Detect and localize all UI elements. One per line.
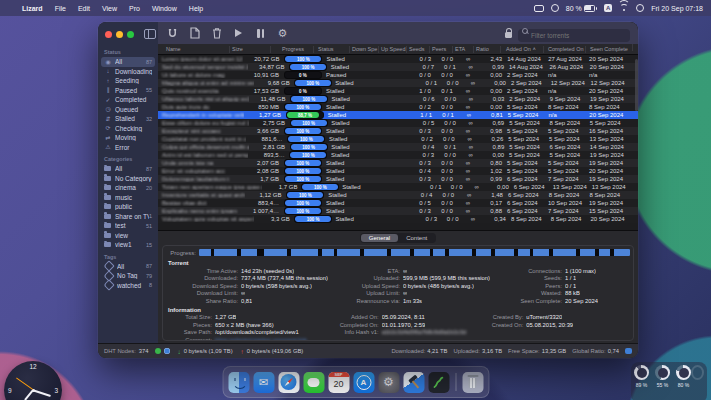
- table-row[interactable]: Esse cillum dolore eu fugiat nul 12,75 G…: [158, 119, 638, 127]
- appstore-dock-icon[interactable]: A: [353, 372, 374, 393]
- sidebar-item-public[interactable]: public: [101, 202, 155, 212]
- settings-dock-icon[interactable]: ⚙: [378, 372, 399, 393]
- menubar-extra-1-icon[interactable]: [534, 5, 544, 12]
- safari-dock-icon[interactable]: [278, 372, 299, 393]
- table-row[interactable]: Inventore veritatis et quasi arch1,12 GB…: [158, 191, 638, 199]
- table-row[interactable]: Voluptatem quia voluptas sit asper13,3 G…: [158, 215, 638, 223]
- tab-content[interactable]: Content: [398, 234, 435, 242]
- column-header-peers[interactable]: Peers: [429, 46, 452, 53]
- table-row[interactable]: Reprehenderit in voluptate velit1,27 GB8…: [158, 111, 638, 119]
- column-header-name[interactable]: Name: [158, 46, 229, 53]
- sidebar-item-no-category[interactable]: No Category: [101, 174, 155, 184]
- menu-view[interactable]: View: [96, 5, 123, 12]
- sidebar-item-cinema[interactable]: cinema20: [101, 183, 155, 193]
- sidebar-item-error[interactable]: ⚠Error: [101, 143, 155, 153]
- table-row[interactable]: Duis aute irure do850 MB100 %Stalled0 / …: [158, 103, 638, 111]
- wifi-icon[interactable]: [619, 4, 629, 12]
- sidebar-item-all[interactable]: ◉All87: [101, 57, 155, 67]
- column-header-status[interactable]: Status: [313, 46, 349, 53]
- sidebar-item-seeding[interactable]: ↑Seeding: [101, 76, 155, 86]
- menu-window[interactable]: Window: [146, 5, 183, 12]
- lock-icon[interactable]: [505, 32, 512, 38]
- table-row[interactable]: Cupidatat non proident sunt in c881,6…10…: [158, 135, 638, 143]
- table-row[interactable]: Error sit voluptatem acc2,08 GB100 %Stal…: [158, 167, 638, 175]
- table-row[interactable]: Lorem ipsum dolor sit amet 1220,72 GB100…: [158, 55, 638, 63]
- table-row[interactable]: Quis nostrud exercita17,53 GB0 %Stalled1…: [158, 87, 638, 95]
- add-magnet-link-button[interactable]: [166, 27, 179, 40]
- menu-help[interactable]: Help: [183, 5, 209, 12]
- upload-speed-icon[interactable]: ↑: [241, 348, 244, 355]
- delete-torrent-button[interactable]: [210, 27, 223, 40]
- menu-lizard[interactable]: Lizard: [16, 5, 49, 12]
- close-window-button[interactable]: [105, 31, 112, 38]
- minimize-window-button[interactable]: [116, 31, 123, 38]
- table-row[interactable]: Magna aliqua ut enim ad minim ven9,68 GB…: [158, 79, 638, 87]
- clock-widget[interactable]: 12 3 6 9: [4, 361, 62, 400]
- lizard-dock-icon[interactable]: [428, 372, 449, 393]
- table-row[interactable]: Excepteur sint occaec3,66 GB100 %Stalled…: [158, 127, 638, 135]
- resume-button[interactable]: [232, 27, 245, 40]
- finder-dock-icon[interactable]: [228, 372, 249, 393]
- sidebar-item-stalled[interactable]: ⇵Stalled32: [101, 114, 155, 124]
- column-header-down[interactable]: Down Spe…: [349, 46, 378, 53]
- table-row[interactable]: Anim id est laborum sed ut persp893,5…10…: [158, 151, 638, 159]
- sidebar-item-all[interactable]: All87: [101, 164, 155, 174]
- table-row[interactable]: Doloremque laudantium t1,7 GB100 %Stalle…: [158, 175, 638, 183]
- sidebar-item-music[interactable]: music: [101, 193, 155, 203]
- sidebar-item-checking[interactable]: ⟳Checking: [101, 124, 155, 134]
- speed-limits-icon[interactable]: [625, 348, 632, 354]
- column-header-eta[interactable]: ETA: [452, 46, 473, 53]
- sidebar-item-moving[interactable]: ⇄Moving: [101, 133, 155, 143]
- table-row[interactable]: Explicabo nemo enim ipsam1 007,4…100 %St…: [158, 207, 638, 215]
- sidebar-toggle-icon[interactable]: [144, 29, 156, 39]
- download-speed-icon[interactable]: ↓: [177, 348, 180, 355]
- global-download-speed[interactable]: 0 bytes/s (1,09 TB): [184, 348, 233, 354]
- sidebar-item-view[interactable]: view: [101, 231, 155, 241]
- column-header-size[interactable]: Size: [229, 46, 270, 53]
- table-scrollbar[interactable]: [635, 59, 638, 111]
- network-globe-icon[interactable]: [164, 348, 170, 354]
- table-row[interactable]: Sed do eiusmod tempor incidid 234,87 GB1…: [158, 63, 638, 71]
- trash-dock-icon[interactable]: [462, 372, 483, 393]
- column-header-completed[interactable]: Completed On: [543, 46, 585, 53]
- table-row[interactable]: Ut labore et dolore mag10,91 GB0 %Paused…: [158, 71, 638, 79]
- table-row[interactable]: Ullamco laboris nisi ut aliquip ex111,48…: [158, 95, 638, 103]
- table-row[interactable]: Totam rem aperiam eaque ipsa quae ab1,7 …: [158, 183, 638, 191]
- menubar-clock[interactable]: Fri 20 Sep 07:18: [651, 5, 703, 12]
- pause-button[interactable]: [254, 27, 267, 40]
- sidebar-item-share-on-tv[interactable]: Share on TV1: [101, 212, 155, 222]
- sidebar-item-paused[interactable]: ∥Paused55: [101, 86, 155, 96]
- filter-torrents-input[interactable]: [518, 29, 630, 42]
- menubar-extra-2-icon[interactable]: [551, 4, 559, 12]
- column-header-seeds[interactable]: Seeds: [406, 46, 429, 53]
- hammer-dock-icon[interactable]: [403, 372, 424, 393]
- connection-status-icon[interactable]: [155, 348, 161, 354]
- sidebar-item-completed[interactable]: ✓Completed: [101, 95, 155, 105]
- column-header-seen[interactable]: Seen Complete: [585, 46, 632, 53]
- tab-general[interactable]: General: [361, 234, 398, 242]
- column-header-up[interactable]: Up Speed: [378, 46, 406, 53]
- column-header-progress[interactable]: Progress: [270, 46, 313, 53]
- settings-gear-icon[interactable]: ⚙: [276, 27, 289, 40]
- sidebar-item-view1[interactable]: view115: [101, 240, 155, 250]
- menu-edit[interactable]: Edit: [72, 5, 96, 12]
- table-row[interactable]: Culpa qui officia deserunt mollit a2,81 …: [158, 143, 638, 151]
- zoom-window-button[interactable]: [127, 31, 134, 38]
- control-center-icon[interactable]: [636, 4, 644, 12]
- table-row[interactable]: Unde omnis iste na2,07 GB100 %Stalled0 /…: [158, 159, 638, 167]
- table-row[interactable]: Beatae vitae dict883,4…100 %Stalled0 / 5…: [158, 199, 638, 207]
- sidebar-item-downloading[interactable]: ↓Downloading: [101, 67, 155, 77]
- battery-status[interactable]: 80 %: [566, 5, 597, 12]
- column-header-ratio[interactable]: Ratio: [473, 46, 500, 53]
- sidebar-item-watched[interactable]: watched8: [101, 281, 155, 291]
- menu-pro[interactable]: Pro: [123, 5, 146, 12]
- column-header-added[interactable]: Added On˄: [500, 46, 543, 53]
- add-torrent-file-button[interactable]: [188, 27, 201, 40]
- messages-dock-icon[interactable]: [303, 372, 324, 393]
- sidebar-item-test[interactable]: test51: [101, 221, 155, 231]
- menu-file[interactable]: File: [49, 5, 72, 12]
- global-upload-speed[interactable]: 0 bytes/s (419,06 GB): [247, 348, 303, 354]
- mail-dock-icon[interactable]: ✉: [253, 372, 274, 393]
- input-source-icon[interactable]: A: [604, 4, 612, 12]
- battery-widget[interactable]: 89 %55 %80 %: [631, 362, 707, 400]
